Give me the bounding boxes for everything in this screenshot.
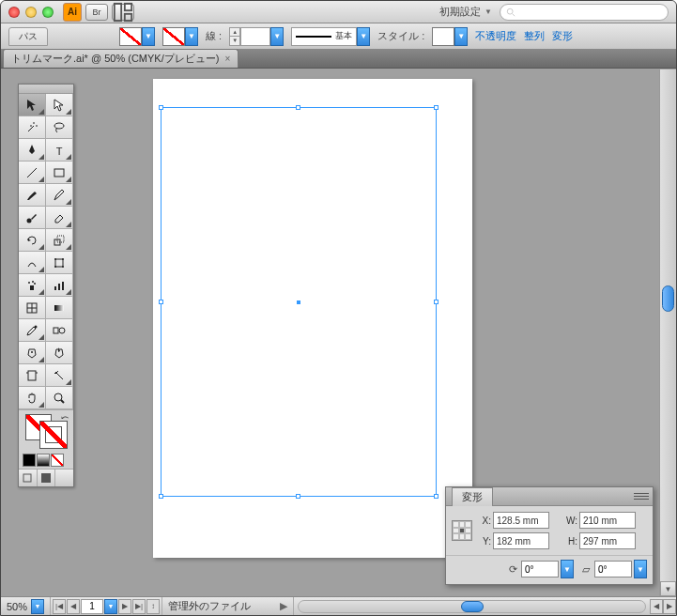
eraser-tool[interactable]: [46, 207, 73, 229]
panel-menu-icon[interactable]: [634, 490, 649, 503]
transform-link[interactable]: 変形: [552, 29, 573, 43]
w-field[interactable]: W:: [564, 512, 647, 529]
resize-handle[interactable]: [159, 494, 163, 499]
last-artboard-button[interactable]: ▶|: [132, 599, 146, 614]
blob-brush-tool[interactable]: [19, 207, 46, 229]
zoom-level[interactable]: 50% ▼: [1, 597, 51, 615]
eyedropper-tool[interactable]: [19, 319, 46, 342]
status-bar: 50% ▼ |◀ ◀ ▼ ▶ ▶| ↕ 管理外のファイル ▶ ◀ ▶: [1, 596, 676, 615]
scroll-left-button[interactable]: ◀: [650, 599, 663, 614]
panel-header[interactable]: 変形: [446, 487, 653, 506]
search-icon: [506, 8, 515, 17]
zoom-window-button[interactable]: [42, 7, 54, 18]
pen-tool[interactable]: [19, 139, 46, 162]
zoom-tool[interactable]: [46, 387, 73, 409]
direct-selection-tool[interactable]: [46, 94, 73, 116]
bridge-button[interactable]: Br: [85, 4, 108, 21]
first-artboard-button[interactable]: |◀: [53, 599, 66, 614]
y-field[interactable]: Y:: [478, 532, 561, 549]
control-links: 不透明度 整列 変形: [475, 29, 573, 43]
artboard-nav-button[interactable]: ↕: [146, 599, 160, 614]
transform-panel-tab[interactable]: 変形: [452, 487, 493, 506]
transform-panel: 変形 X: W: Y: H: ⟳ ▼ ▱ ▼: [445, 486, 654, 585]
svg-rect-37: [23, 474, 31, 482]
panel-grip[interactable]: [19, 85, 73, 94]
resize-handle[interactable]: [296, 494, 300, 499]
lasso-tool[interactable]: [46, 116, 73, 139]
resize-handle[interactable]: [434, 105, 439, 110]
resize-handle[interactable]: [159, 300, 163, 304]
mesh-tool[interactable]: [19, 297, 46, 319]
graph-tool[interactable]: [46, 274, 73, 297]
arrange-documents-button[interactable]: [112, 4, 134, 21]
rotate-field[interactable]: ⟳ ▼: [506, 560, 574, 578]
scroll-down-button[interactable]: ▼: [660, 581, 676, 596]
align-link[interactable]: 整列: [524, 29, 545, 43]
scale-tool[interactable]: [46, 229, 73, 252]
next-artboard-button[interactable]: ▶: [118, 599, 131, 614]
app-icon: Ai: [63, 3, 82, 22]
app-window: Ai Br 初期設定 ▼ パス ▼ ▼ 線 : ▲▼ ▼: [0, 0, 677, 616]
prev-artboard-button[interactable]: ◀: [67, 599, 80, 614]
resize-handle[interactable]: [434, 494, 439, 499]
paintbrush-tool[interactable]: [19, 184, 46, 207]
warp-tool[interactable]: [19, 252, 46, 274]
blend-tool[interactable]: [46, 319, 73, 342]
selection-rect[interactable]: [161, 107, 437, 497]
rotate-tool[interactable]: [19, 229, 46, 252]
svg-point-28: [35, 325, 38, 328]
resize-handle[interactable]: [434, 300, 439, 304]
svg-rect-29: [54, 328, 58, 333]
symbol-sprayer-tool[interactable]: [19, 274, 46, 297]
fill-swatch-control[interactable]: ▼: [119, 27, 155, 46]
live-paint-tool[interactable]: [19, 342, 46, 364]
swap-fill-stroke-icon[interactable]: ⤺: [61, 412, 69, 423]
horizontal-scrollbar[interactable]: [298, 600, 646, 613]
slice-tool[interactable]: [46, 364, 73, 387]
svg-point-3: [507, 8, 513, 14]
stroke-profile-dropdown[interactable]: 基本 ▼: [291, 27, 370, 46]
color-mode-button[interactable]: [23, 454, 36, 467]
close-icon[interactable]: ×: [224, 54, 230, 64]
stroke-indicator[interactable]: [40, 422, 67, 448]
resize-handle[interactable]: [159, 105, 163, 110]
fill-stroke-control[interactable]: ⤺: [19, 409, 73, 452]
none-mode-button[interactable]: [51, 454, 64, 467]
gradient-mode-button[interactable]: [37, 454, 50, 467]
minimize-window-button[interactable]: [25, 7, 37, 18]
pencil-tool[interactable]: [46, 184, 73, 207]
live-paint-selection-tool[interactable]: [46, 342, 73, 364]
vertical-scrollbar[interactable]: ▼: [659, 69, 676, 596]
stroke-weight-input[interactable]: ▲▼ ▼: [229, 27, 284, 46]
reference-point-selector[interactable]: [452, 520, 472, 541]
magic-wand-tool[interactable]: [19, 116, 46, 139]
screen-mode-change[interactable]: [55, 470, 73, 486]
type-tool[interactable]: T: [46, 139, 73, 162]
selection-tool[interactable]: [19, 94, 46, 116]
resize-handle[interactable]: [296, 105, 300, 110]
chevron-down-icon: ▼: [485, 8, 492, 16]
artboard-tool[interactable]: [19, 364, 46, 387]
search-input[interactable]: [500, 4, 669, 21]
gradient-tool[interactable]: [46, 297, 73, 319]
line-tool[interactable]: [19, 162, 46, 184]
free-transform-tool[interactable]: [46, 252, 73, 274]
stroke-swatch-control[interactable]: ▼: [162, 27, 198, 46]
shear-field[interactable]: ▱ ▼: [579, 560, 647, 578]
screen-mode-full[interactable]: [38, 470, 56, 486]
document-tab[interactable]: トリムマーク.ai* @ 50% (CMYK/プレビュー) ×: [3, 49, 238, 68]
workspace-preset-dropdown[interactable]: 初期設定 ▼: [439, 5, 492, 19]
h-field[interactable]: H:: [564, 532, 647, 549]
rectangle-tool[interactable]: [46, 162, 73, 184]
opacity-link[interactable]: 不透明度: [475, 29, 516, 43]
scrollbar-thumb[interactable]: [461, 601, 484, 612]
close-window-button[interactable]: [8, 7, 20, 18]
graphic-style-dropdown[interactable]: ▼: [432, 27, 468, 46]
scrollbar-thumb[interactable]: [662, 285, 674, 312]
scroll-right-button[interactable]: ▶: [663, 599, 676, 614]
artboard-number-input[interactable]: [81, 599, 103, 614]
svg-text:T: T: [56, 146, 63, 157]
hand-tool[interactable]: [19, 387, 46, 409]
x-field[interactable]: X:: [478, 512, 561, 529]
screen-mode-normal[interactable]: [19, 470, 38, 486]
